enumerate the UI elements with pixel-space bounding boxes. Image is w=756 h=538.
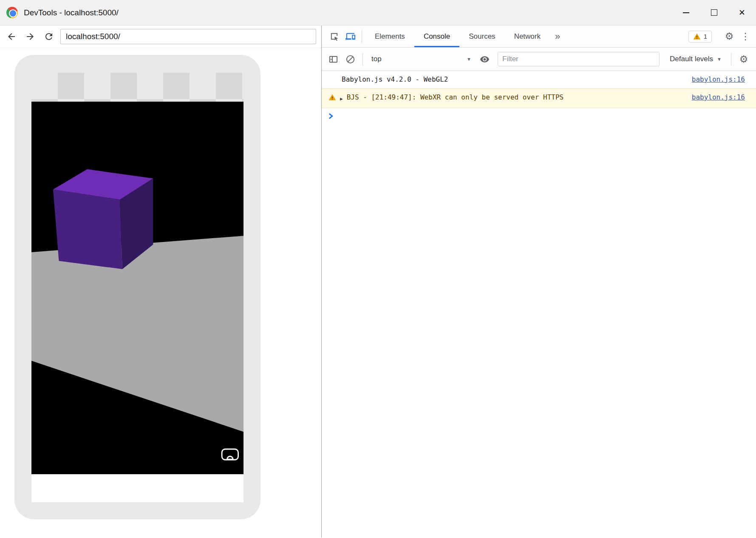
chevron-down-icon: ▼ (467, 57, 471, 62)
warning-triangle-icon (328, 94, 336, 101)
device-frame (14, 55, 260, 519)
device-emulation-viewport (0, 48, 321, 538)
ground-plane (31, 236, 244, 432)
device-screen-bottom (31, 474, 244, 502)
device-toolbar-toggle[interactable] (342, 28, 358, 45)
eye-icon (480, 54, 490, 64)
devtools-settings-button[interactable]: ⚙ (721, 28, 737, 45)
reload-button[interactable] (42, 29, 56, 44)
tab-sources[interactable]: Sources (459, 26, 504, 47)
expand-caret-icon[interactable]: ▶ (340, 94, 343, 104)
inspect-cursor-icon (329, 31, 339, 41)
message-text: Babylon.js v4.2.0 - WebGL2 (342, 75, 448, 84)
window-titlebar: DevTools - localhost:5000/ ✕ (0, 0, 756, 26)
device-statusbar-placeholder (31, 73, 244, 102)
prompt-chevron-icon (328, 113, 334, 119)
window-title: DevTools - localhost:5000/ (24, 8, 119, 17)
console-messages: Babylon.js v4.2.0 - WebGL2 babylon.js:16… (322, 71, 756, 538)
console-sidebar-toggle[interactable] (325, 51, 341, 67)
forward-button[interactable] (23, 29, 37, 44)
warning-triangle-icon (693, 33, 701, 40)
tab-elements[interactable]: Elements (365, 26, 414, 47)
console-message-warning: ▶ BJS - [21:49:47]: WebXR can only be se… (322, 88, 756, 108)
tab-console[interactable]: Console (414, 26, 459, 47)
devtools-pane: Elements Console Sources Network » 1 ⚙ ⋮ (322, 26, 756, 538)
tab-network[interactable]: Network (505, 26, 550, 47)
close-button[interactable]: ✕ (728, 0, 756, 25)
maximize-button[interactable] (700, 0, 728, 25)
levels-label: Default levels (670, 55, 713, 63)
warning-count: 1 (704, 33, 707, 40)
inspect-element-button[interactable] (326, 28, 342, 45)
kebab-menu-icon: ⋮ (741, 32, 750, 41)
live-expression-button[interactable] (476, 51, 493, 67)
console-filter-input[interactable] (498, 52, 660, 66)
separator (362, 30, 362, 43)
source-link[interactable]: babylon.js:16 (679, 75, 745, 84)
arrow-back-icon (6, 31, 17, 42)
console-sidebar-icon (328, 54, 338, 64)
browser-pane (0, 26, 322, 538)
chrome-icon (6, 7, 18, 18)
separator (731, 53, 731, 65)
maximize-icon (711, 9, 717, 16)
console-settings-button[interactable]: ⚙ (736, 51, 752, 67)
browser-navbar (0, 26, 321, 48)
message-text: BJS - [21:49:47]: WebXR can only be serv… (347, 93, 564, 102)
console-prompt[interactable] (322, 108, 756, 119)
device-toolbar-icon (345, 31, 355, 41)
clear-console-icon (345, 54, 355, 64)
separator (362, 53, 363, 65)
window-controls: ✕ (672, 0, 756, 25)
gear-icon: ⚙ (725, 31, 734, 41)
chevron-down-icon: ▼ (717, 57, 722, 62)
main-split: Elements Console Sources Network » 1 ⚙ ⋮ (0, 26, 756, 538)
device-screen (31, 73, 244, 502)
javascript-context-selector[interactable]: top ▼ (367, 51, 476, 67)
console-toolbar: top ▼ Default levels ▼ ⚙ (322, 48, 756, 71)
gear-icon: ⚙ (739, 54, 748, 64)
vr-goggles-button[interactable] (222, 449, 238, 460)
context-label: top (371, 55, 382, 63)
source-link[interactable]: babylon.js:16 (679, 93, 745, 102)
cube-front-face (53, 190, 122, 269)
address-bar[interactable] (60, 29, 316, 44)
arrow-forward-icon (25, 31, 35, 42)
babylon-scene (31, 102, 244, 474)
console-message-info: Babylon.js v4.2.0 - WebGL2 babylon.js:16 (322, 71, 756, 88)
webgl-canvas[interactable] (31, 102, 244, 474)
minimize-button[interactable] (672, 0, 700, 25)
back-button[interactable] (4, 29, 19, 44)
devtools-menu-button[interactable]: ⋮ (737, 28, 753, 45)
log-levels-dropdown[interactable]: Default levels ▼ (665, 55, 727, 63)
warning-count-badge[interactable]: 1 (688, 31, 712, 43)
close-icon: ✕ (739, 9, 745, 17)
more-tabs-button[interactable]: » (550, 31, 565, 42)
minimize-icon (683, 12, 689, 13)
devtools-tabbar: Elements Console Sources Network » 1 ⚙ ⋮ (322, 26, 756, 48)
clear-console-button[interactable] (342, 51, 358, 67)
reload-icon (44, 31, 54, 42)
